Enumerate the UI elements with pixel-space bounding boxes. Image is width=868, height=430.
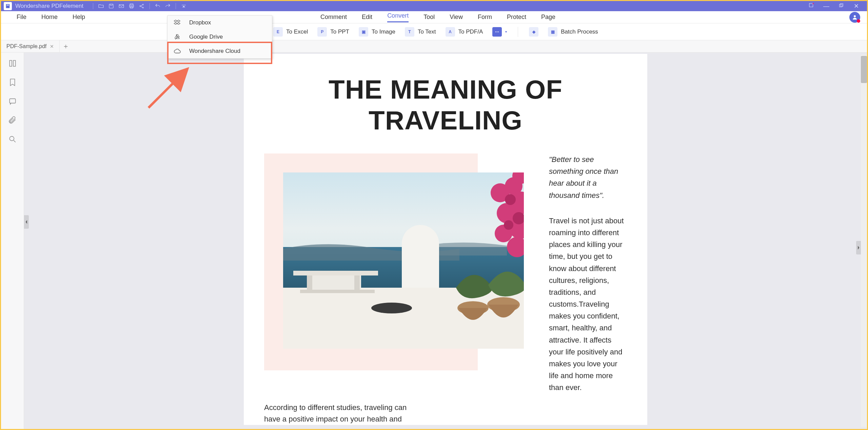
print-icon[interactable] <box>127 3 136 9</box>
menu-page[interactable]: Page <box>534 14 563 21</box>
svg-rect-25 <box>293 271 378 275</box>
menu-view[interactable]: View <box>442 14 470 21</box>
svg-rect-11 <box>840 4 842 7</box>
gdrive-icon <box>174 33 181 41</box>
svg-point-36 <box>505 194 516 205</box>
document-title: THE MEANING OF TRAVELING <box>264 74 627 136</box>
svg-rect-23 <box>307 274 312 291</box>
main-area: THE MEANING OF TRAVELING <box>1 53 867 429</box>
image-background <box>264 153 478 370</box>
tab-label: PDF-Sample.pdf <box>6 43 46 49</box>
vertical-scrollbar[interactable] <box>861 55 867 427</box>
svg-rect-1 <box>7 5 9 5</box>
dropdown-dropbox[interactable]: Dropbox <box>167 16 272 30</box>
svg-rect-12 <box>840 3 843 6</box>
document-tabs: PDF-Sample.pdf ✕ ＋ <box>1 40 867 53</box>
menu-home[interactable]: Home <box>34 14 65 21</box>
menu-convert[interactable]: Convert <box>380 12 416 22</box>
menu-file[interactable]: File <box>9 14 34 21</box>
dropdown-wondershare-cloud[interactable]: Wondershare Cloud <box>167 44 272 58</box>
svg-rect-14 <box>9 60 12 66</box>
new-tab-button[interactable]: ＋ <box>60 42 72 51</box>
scrollbar-thumb[interactable] <box>861 56 867 83</box>
app-icon <box>4 2 12 10</box>
menu-edit[interactable]: Edit <box>354 14 380 21</box>
open-folder-icon[interactable] <box>97 3 105 9</box>
cloud-dropdown: Dropbox Google Drive Wondershare Cloud <box>167 15 272 59</box>
svg-rect-24 <box>354 274 360 291</box>
svg-rect-2 <box>109 4 113 8</box>
more-down-icon[interactable] <box>179 3 188 9</box>
search-icon[interactable] <box>8 135 17 144</box>
more-convert-button[interactable]: ⋯▾ <box>488 25 512 39</box>
save-icon[interactable] <box>107 3 116 9</box>
svg-rect-3 <box>119 5 124 8</box>
menu-form[interactable]: Form <box>470 14 499 21</box>
comments-icon[interactable] <box>8 97 17 106</box>
svg-rect-40 <box>300 290 375 293</box>
app-name: Wondershare PDFelement <box>15 3 83 9</box>
document-image <box>283 172 524 349</box>
svg-rect-16 <box>9 99 15 103</box>
svg-point-39 <box>371 303 412 313</box>
svg-point-17 <box>9 136 14 141</box>
convert-toolbar: WTo Word ETo Excel PTo PPT ▣To Image TTo… <box>1 23 867 40</box>
menu-bar: File Home Help Comment Edit Convert Tool… <box>1 11 867 23</box>
close-icon[interactable]: ✕ <box>852 2 860 10</box>
svg-rect-15 <box>13 60 15 66</box>
batch-process-button[interactable]: ▦Batch Process <box>543 25 603 39</box>
new-window-icon[interactable] <box>807 2 815 10</box>
to-ppt-button[interactable]: PTo PPT <box>313 25 354 39</box>
to-pdfa-button[interactable]: ATo PDF/A <box>441 25 488 39</box>
svg-point-7 <box>140 6 141 7</box>
document-paragraph-2: According to different studies, travelin… <box>264 402 420 425</box>
svg-rect-10 <box>809 3 813 7</box>
svg-point-13 <box>854 15 856 17</box>
ocr-button[interactable]: ◆ <box>524 25 543 39</box>
collapse-right-icon[interactable] <box>856 241 861 254</box>
title-bar: Wondershare PDFelement — ✕ <box>1 1 867 11</box>
document-canvas[interactable]: THE MEANING OF TRAVELING <box>24 53 867 429</box>
to-text-button[interactable]: TTo Text <box>400 25 441 39</box>
svg-point-8 <box>142 4 143 5</box>
menu-protect[interactable]: Protect <box>499 14 534 21</box>
document-paragraph: Travel is not just about roaming into di… <box>549 215 627 394</box>
dropbox-icon <box>174 19 181 26</box>
redo-icon[interactable] <box>163 3 172 9</box>
svg-point-38 <box>504 220 513 230</box>
document-tab[interactable]: PDF-Sample.pdf ✕ <box>1 40 60 52</box>
share-icon[interactable] <box>137 3 146 9</box>
dropdown-google-drive[interactable]: Google Drive <box>167 30 272 44</box>
svg-rect-0 <box>6 4 10 8</box>
document-quote: "Better to see something once than hear … <box>549 153 627 201</box>
menu-tool[interactable]: Tool <box>416 14 442 21</box>
to-excel-button[interactable]: ETo Excel <box>269 25 313 39</box>
mail-icon[interactable] <box>117 3 126 9</box>
maximize-icon[interactable] <box>837 3 845 10</box>
attachments-icon[interactable] <box>8 116 17 125</box>
collapse-left-icon[interactable] <box>24 215 29 229</box>
thumbnails-icon[interactable] <box>8 59 17 68</box>
tab-close-icon[interactable]: ✕ <box>50 44 54 49</box>
page-content: THE MEANING OF TRAVELING <box>244 54 647 425</box>
cloud-icon <box>174 47 181 55</box>
svg-rect-22 <box>307 274 361 291</box>
left-sidebar <box>1 53 24 429</box>
user-avatar[interactable] <box>849 12 860 23</box>
undo-icon[interactable] <box>153 3 162 9</box>
svg-rect-6 <box>130 7 133 8</box>
menu-comment[interactable]: Comment <box>313 14 354 21</box>
to-image-button[interactable]: ▣To Image <box>354 25 400 39</box>
svg-point-9 <box>142 7 143 8</box>
minimize-icon[interactable]: — <box>822 3 830 10</box>
menu-help[interactable]: Help <box>65 14 93 21</box>
svg-rect-21 <box>283 288 524 349</box>
bookmark-icon[interactable] <box>8 78 17 87</box>
